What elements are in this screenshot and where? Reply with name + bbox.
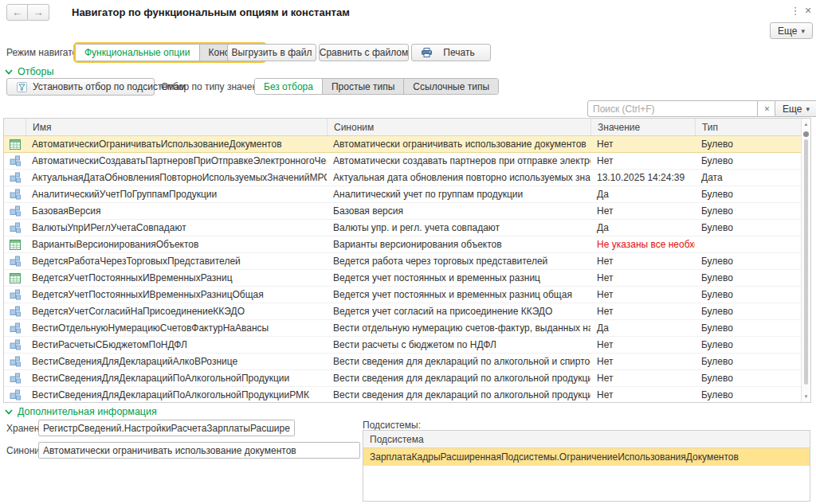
type-option-simple-types[interactable]: Простые типы (322, 79, 403, 94)
subsystem-row[interactable]: ЗарплатаКадрыРасширеннаяПодсистемы.Огран… (363, 448, 810, 466)
search-input[interactable] (587, 100, 758, 117)
cell-type: Булево (695, 287, 810, 303)
table-row[interactable]: АктуальнаяДатаОбновленияПовторноИспользу… (4, 170, 810, 186)
cell-value: Нет (590, 370, 695, 386)
cell-name: ВестиРасчетыСБюджетомПоНДФЛ (26, 337, 327, 353)
cell-type: Булево (695, 270, 810, 286)
print-button[interactable]: Печать (411, 44, 491, 61)
functional-option-icon (4, 170, 26, 186)
subsystems-column-header[interactable]: Подсистема (363, 431, 810, 448)
cell-type: Булево (695, 370, 810, 386)
window-more-label: Еще (778, 25, 797, 37)
cell-name: ВедетсяУчетПостоянныхИВременныхРазниц (26, 270, 327, 286)
close-icon[interactable]: ✕ (802, 4, 814, 17)
cell-type: Булево (695, 303, 810, 319)
header-icon-column (4, 119, 26, 135)
table-row[interactable]: ВестиСведенияДляДекларацийПоАлкогольнойП… (4, 387, 810, 403)
cell-synonym: Вести отдельную нумерацию счетов-фактур,… (327, 320, 590, 336)
table-row[interactable]: ВедетсяУчетПостоянныхИВременныхРазницОбщ… (4, 287, 810, 303)
constant-table-icon (4, 236, 26, 252)
table-row[interactable]: ВедетсяУчетСогласийНаПрисоединениеККЭДОВ… (4, 303, 810, 320)
cell-name: АвтоматическиОграничиватьИспользованиеДо… (26, 136, 327, 152)
constant-table-icon (4, 270, 26, 286)
cell-synonym: Варианты версионирования объектов (327, 236, 590, 252)
forward-button[interactable]: → (28, 4, 49, 21)
storage-field[interactable] (38, 420, 295, 436)
window-menu-icon[interactable]: ⋮ (789, 4, 802, 17)
cell-synonym: Автоматически ограничивать использование… (327, 136, 590, 152)
history-nav: ← → (6, 4, 49, 21)
printer-icon (422, 48, 432, 57)
cell-synonym: Вести сведения для деклараций по алкогол… (327, 354, 590, 369)
cell-name: ВариантыВерсионированияОбъектов (26, 236, 327, 252)
cell-value: Да (590, 186, 695, 202)
cell-synonym: Аналитический учет по группам продукции (327, 186, 590, 202)
table-row[interactable]: ВестиОтдельнуюНумерациюСчетовФактурНаАва… (4, 320, 810, 337)
page-title: Навигатор по функциональным опциям и кон… (72, 6, 350, 18)
funnel-icon (17, 82, 27, 92)
cell-value: Да (590, 320, 695, 336)
table-row[interactable]: ВестиРасчетыСБюджетомПоНДФЛВести расчеты… (4, 337, 810, 354)
table-row[interactable]: АвтоматическиОграничиватьИспользованиеДо… (4, 136, 810, 153)
functional-option-icon (4, 287, 26, 303)
cell-type (695, 236, 810, 252)
scrollbar-thumb[interactable] (804, 139, 808, 385)
table-row[interactable]: ВестиСведенияДляДекларацийПоАлкогольнойП… (4, 370, 810, 387)
table-row[interactable]: ВариантыВерсионированияОбъектовВарианты … (4, 236, 810, 253)
table-row[interactable]: ВедетсяРаботаЧерезТорговыхПредставителей… (4, 253, 810, 270)
window-more-button[interactable]: Еще▾ (770, 22, 813, 39)
cell-synonym: Ведется работа через торговых представит… (327, 253, 590, 269)
cell-name: ВестиСведенияДляДекларацийПоАлкогольнойП… (26, 387, 327, 403)
cell-value: Нет (590, 270, 695, 286)
scroll-down-icon[interactable]: ▼ (802, 392, 810, 401)
table-row[interactable]: ВестиСведенияДляДекларацийАлкоВРозницеВе… (4, 354, 810, 370)
options-table: Имя Синоним Значение Тип АвтоматическиОг… (3, 118, 811, 403)
cell-type: Булево (695, 203, 810, 219)
cell-name: АвтоматическиСоздаватьПартнеровПриОтправ… (26, 153, 327, 169)
cell-type: Булево (695, 354, 810, 369)
compare-with-file-button[interactable]: Сравнить с файлом (319, 44, 409, 61)
table-scrollbar[interactable]: ▲ ▼ (801, 119, 810, 402)
chevron-down-icon: ▾ (801, 27, 805, 35)
functional-option-icon (4, 186, 26, 202)
cell-name: БазоваяВерсия (26, 203, 327, 219)
cell-name: ВестиОтдельнуюНумерациюСчетовФактурНаАва… (26, 320, 327, 336)
header-type[interactable]: Тип (695, 119, 801, 135)
header-name[interactable]: Имя (26, 119, 327, 135)
constant-table-icon (4, 136, 26, 152)
table-row[interactable]: АналитическийУчетПоГруппамПродукцииАнали… (4, 186, 810, 203)
cell-value: Нет (590, 303, 695, 319)
table-row[interactable]: АвтоматическиСоздаватьПартнеровПриОтправ… (4, 153, 810, 170)
filters-section-header[interactable]: Отборы (5, 66, 54, 77)
cell-value: Нет (590, 387, 695, 403)
details-section-header[interactable]: Дополнительная информация (5, 406, 157, 417)
back-button[interactable]: ← (6, 4, 28, 21)
table-row[interactable]: БазоваяВерсияБазовая версияНетБулево (4, 203, 810, 220)
cell-synonym: Валюты упр. и регл. учета совпадают (327, 220, 590, 236)
cell-type: Дата (695, 170, 810, 186)
cell-type: Булево (695, 153, 810, 169)
mode-option-functional-options[interactable]: Функциональные опции (76, 45, 199, 61)
cell-synonym: Вести сведения для деклараций по алкогол… (327, 387, 590, 403)
header-value[interactable]: Значение (590, 119, 695, 135)
scroll-up-icon[interactable]: ▲ (802, 119, 810, 129)
cell-type: Булево (695, 337, 810, 353)
export-to-file-button[interactable]: Выгрузить в файл (227, 44, 316, 61)
type-option-reference-types[interactable]: Ссылочные типы (403, 79, 498, 94)
cell-name: ВестиСведенияДляДекларацийАлкоВРознице (26, 354, 327, 369)
synonym-field[interactable] (38, 442, 360, 459)
cell-type: Булево (695, 186, 810, 202)
table-body: АвтоматическиОграничиватьИспользованиеДо… (4, 136, 810, 403)
table-more-button[interactable]: Еще▾ (775, 100, 816, 117)
subsystem-filter-button[interactable]: Установить отбор по подсистемам (6, 78, 155, 96)
table-row[interactable]: ВедетсяУчетПостоянныхИВременныхРазницВед… (4, 270, 810, 287)
cell-name: ВедетсяУчетПостоянныхИВременныхРазницОбщ… (26, 287, 327, 303)
functional-option-icon (4, 320, 26, 336)
table-row[interactable]: ВалютыУпрИРеглУчетаСовпадаютВалюты упр. … (4, 220, 810, 236)
header-synonym[interactable]: Синоним (327, 119, 590, 135)
cell-value: Не указаны все необходи... (590, 236, 695, 252)
filters-section-title: Отборы (18, 66, 54, 77)
type-option-no-filter[interactable]: Без отбора (255, 79, 322, 94)
details-section-title: Дополнительная информация (18, 406, 157, 417)
cell-synonym: Вести сведения для деклараций по алкогол… (327, 370, 590, 386)
